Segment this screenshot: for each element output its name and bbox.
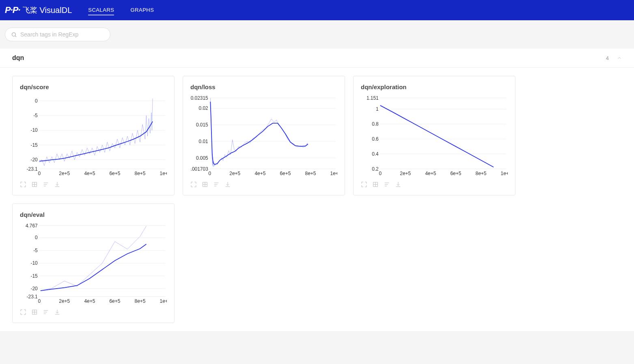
chart-area[interactable]: 0.20.40.60.811.15102e+54e+56e+58e+51e+6 — [361, 95, 508, 176]
svg-text:0: 0 — [35, 98, 38, 104]
app-header: P·P· 飞桨 VisualDL SCALARS GRAPHS — [0, 0, 634, 20]
chart-area[interactable]: -23.1-20-15-10-504.76702e+54e+56e+58e+51… — [20, 223, 167, 304]
chart-title: dqn/score — [20, 84, 167, 90]
tab-scalars[interactable]: SCALARS — [88, 5, 114, 15]
svg-text:6e+5: 6e+5 — [280, 171, 291, 176]
series-smoothed — [39, 122, 153, 161]
search-icon — [11, 32, 17, 38]
svg-text:1e+6: 1e+6 — [501, 171, 508, 176]
svg-text:-23.1: -23.1 — [27, 294, 38, 300]
svg-text:6e+5: 6e+5 — [450, 171, 461, 176]
section-meta: 4 — [606, 55, 622, 61]
svg-text:0.2: 0.2 — [372, 166, 379, 172]
svg-text:8e+5: 8e+5 — [135, 171, 146, 176]
svg-text:4e+5: 4e+5 — [425, 171, 436, 176]
chart-title: dqn/exploration — [361, 84, 508, 90]
svg-text:0.02315: 0.02315 — [191, 95, 208, 101]
series-smoothed — [380, 105, 494, 167]
svg-text:8e+5: 8e+5 — [305, 171, 316, 176]
svg-text:-20: -20 — [31, 157, 38, 163]
brand-cn: 飞桨 — [23, 5, 37, 15]
series-raw — [41, 226, 147, 291]
svg-text:0: 0 — [208, 171, 211, 176]
chart-cards: dqn/score -23.1-20-15-10-5002e+54e+56e+5… — [0, 68, 634, 331]
svg-text:1: 1 — [376, 106, 379, 112]
download-icon[interactable] — [54, 181, 60, 188]
svg-text:1e+6: 1e+6 — [160, 171, 167, 176]
svg-text:0.4: 0.4 — [372, 151, 379, 157]
section-title: dqn — [12, 54, 24, 62]
chart-area[interactable]: -23.1-20-15-10-5002e+54e+56e+58e+51e+6 — [20, 95, 167, 176]
download-icon[interactable] — [54, 309, 60, 315]
svg-text:-15: -15 — [31, 273, 38, 279]
section-count: 4 — [606, 55, 609, 61]
chart-area[interactable]: 0.0017030.0050.010.0150.020.0231502e+54e… — [190, 95, 337, 176]
chart-title: dqn/loss — [190, 84, 337, 90]
svg-text:0.005: 0.005 — [196, 155, 208, 161]
yaxis-toggle-icon[interactable] — [43, 309, 49, 315]
svg-text:1e+6: 1e+6 — [330, 171, 337, 176]
svg-text:4.767: 4.767 — [26, 223, 38, 228]
svg-text:8e+5: 8e+5 — [135, 298, 146, 304]
svg-text:8e+5: 8e+5 — [476, 171, 487, 176]
chart-toolbar — [20, 309, 167, 315]
svg-text:0: 0 — [38, 171, 41, 176]
svg-text:2e+5: 2e+5 — [229, 171, 240, 176]
svg-text:2e+5: 2e+5 — [59, 171, 70, 176]
svg-text:6e+5: 6e+5 — [109, 298, 120, 304]
svg-text:0: 0 — [35, 235, 38, 240]
svg-text:0: 0 — [38, 298, 41, 304]
svg-text:-15: -15 — [31, 142, 38, 148]
section-header: dqn 4 — [0, 49, 634, 68]
svg-text:0: 0 — [379, 171, 382, 176]
tab-graphs[interactable]: GRAPHS — [130, 5, 154, 15]
svg-text:2e+5: 2e+5 — [400, 171, 411, 176]
svg-line-1 — [15, 36, 16, 37]
svg-text:0.015: 0.015 — [196, 122, 208, 128]
svg-text:1e+6: 1e+6 — [160, 298, 167, 304]
brand-logo: P·P· 飞桨 VisualDL — [5, 5, 72, 15]
svg-text:0.02: 0.02 — [199, 105, 209, 111]
restore-icon[interactable] — [202, 181, 208, 188]
restore-icon[interactable] — [31, 309, 38, 315]
chevron-up-icon[interactable] — [617, 56, 622, 60]
chart-card: dqn/score -23.1-20-15-10-5002e+54e+56e+5… — [12, 76, 175, 195]
svg-text:-23.1: -23.1 — [27, 166, 38, 172]
search-wrap[interactable] — [5, 28, 110, 41]
chart-card: dqn/loss 0.0017030.0050.010.0150.020.023… — [183, 76, 345, 195]
svg-point-0 — [12, 32, 16, 36]
maximize-icon[interactable] — [361, 181, 367, 188]
yaxis-toggle-icon[interactable] — [384, 181, 390, 188]
top-nav: SCALARS GRAPHS — [88, 5, 154, 15]
svg-text:0.8: 0.8 — [372, 121, 379, 127]
svg-text:6e+5: 6e+5 — [109, 171, 120, 176]
chart-svg: 0.20.40.60.811.15102e+54e+56e+58e+51e+6 — [361, 95, 508, 176]
chart-svg: -23.1-20-15-10-504.76702e+54e+56e+58e+51… — [20, 223, 167, 304]
svg-text:-5: -5 — [33, 113, 38, 118]
restore-icon[interactable] — [372, 181, 379, 188]
brand-name: VisualDL — [40, 6, 72, 15]
maximize-icon[interactable] — [190, 181, 197, 188]
download-icon[interactable] — [224, 181, 231, 188]
chart-card: dqn/exploration 0.20.40.60.811.15102e+54… — [353, 76, 515, 195]
maximize-icon[interactable] — [20, 309, 26, 315]
search-input[interactable] — [20, 31, 104, 38]
restore-icon[interactable] — [31, 181, 38, 188]
svg-text:4e+5: 4e+5 — [254, 171, 265, 176]
section-dqn: dqn 4 dqn/score -23.1-20-15-10-5002e+54e… — [0, 49, 634, 331]
search-bar — [0, 20, 634, 49]
chart-toolbar — [361, 181, 508, 188]
series-raw — [39, 98, 153, 166]
yaxis-toggle-icon[interactable] — [43, 181, 49, 188]
chart-svg: 0.0017030.0050.010.0150.020.0231502e+54e… — [190, 95, 337, 176]
svg-text:-10: -10 — [31, 260, 38, 266]
yaxis-toggle-icon[interactable] — [213, 181, 220, 188]
chart-title: dqn/eval — [20, 211, 167, 218]
maximize-icon[interactable] — [20, 181, 26, 188]
svg-text:4e+5: 4e+5 — [84, 171, 95, 176]
svg-text:0.001703: 0.001703 — [190, 166, 208, 172]
chart-svg: -23.1-20-15-10-5002e+54e+56e+58e+51e+6 — [20, 95, 167, 176]
chart-card: dqn/eval -23.1-20-15-10-504.76702e+54e+5… — [12, 203, 175, 323]
svg-text:0.6: 0.6 — [372, 136, 379, 142]
download-icon[interactable] — [395, 181, 401, 188]
